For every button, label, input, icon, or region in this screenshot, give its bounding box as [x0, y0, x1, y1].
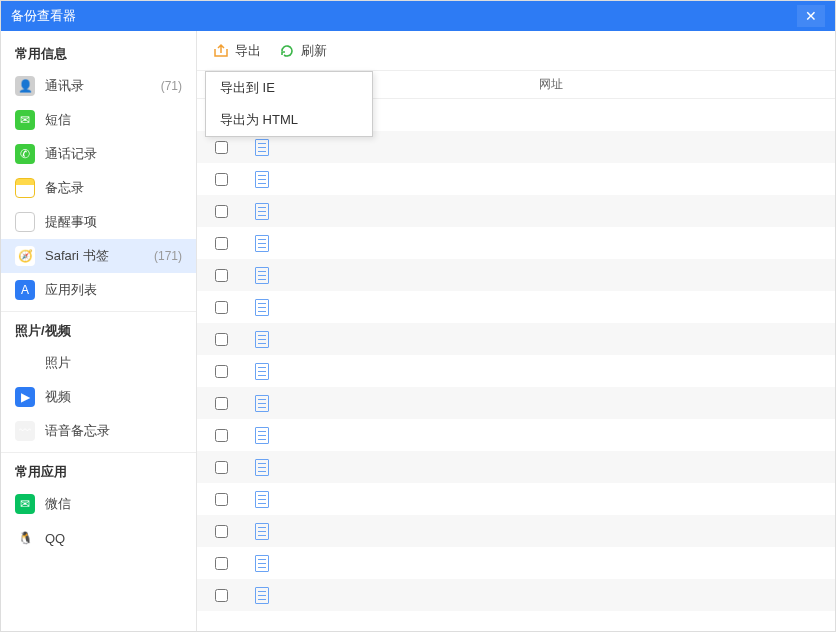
sidebar-item-label: QQ	[45, 531, 182, 546]
section-header: 常用应用	[1, 452, 196, 487]
row-checkbox[interactable]	[215, 493, 228, 506]
table-row[interactable]	[197, 291, 835, 323]
row-checkbox-cell	[197, 461, 245, 474]
row-checkbox[interactable]	[215, 301, 228, 314]
wechat-icon: ✉	[15, 494, 35, 514]
export-html-item[interactable]: 导出为 HTML	[206, 104, 372, 136]
export-button[interactable]: 导出	[213, 42, 261, 60]
row-checkbox[interactable]	[215, 269, 228, 282]
sidebar: 常用信息👤通讯录(71)✉短信✆通话记录备忘录☰提醒事项🧭Safari 书签(1…	[1, 31, 197, 631]
table-row[interactable]	[197, 515, 835, 547]
refresh-button[interactable]: 刷新	[279, 42, 327, 60]
table-row[interactable]	[197, 451, 835, 483]
document-icon	[255, 171, 269, 188]
document-icon	[255, 235, 269, 252]
row-checkbox-cell	[197, 173, 245, 186]
row-checkbox[interactable]	[215, 333, 228, 346]
row-checkbox[interactable]	[215, 365, 228, 378]
safari-icon: 🧭	[15, 246, 35, 266]
export-label: 导出	[235, 42, 261, 60]
document-icon	[255, 427, 269, 444]
table-row[interactable]	[197, 547, 835, 579]
row-checkbox[interactable]	[215, 141, 228, 154]
table-row[interactable]	[197, 387, 835, 419]
window-title: 备份查看器	[11, 7, 76, 25]
table-row[interactable]	[197, 579, 835, 611]
row-checkbox[interactable]	[215, 589, 228, 602]
row-checkbox-cell	[197, 493, 245, 506]
sidebar-item-voice[interactable]: 〰语音备忘录	[1, 414, 196, 448]
document-icon	[255, 203, 269, 220]
sidebar-item-label: Safari 书签	[45, 247, 150, 265]
sidebar-item-label: 视频	[45, 388, 182, 406]
sidebar-item-label: 提醒事项	[45, 213, 182, 231]
row-checkbox-cell	[197, 557, 245, 570]
row-checkbox-cell	[197, 397, 245, 410]
sidebar-item-videos[interactable]: ▶视频	[1, 380, 196, 414]
close-button[interactable]: ✕	[797, 5, 825, 27]
row-checkbox[interactable]	[215, 173, 228, 186]
toolbar: 导出 刷新	[197, 31, 835, 71]
table-row[interactable]	[197, 323, 835, 355]
qq-icon: 🐧	[15, 528, 35, 548]
sidebar-item-count: (71)	[161, 79, 182, 93]
sidebar-item-sms[interactable]: ✉短信	[1, 103, 196, 137]
row-checkbox[interactable]	[215, 557, 228, 570]
notes-icon	[15, 178, 35, 198]
export-icon	[213, 43, 229, 59]
row-checkbox[interactable]	[215, 429, 228, 442]
export-ie-label: 导出到 IE	[220, 79, 275, 97]
row-checkbox[interactable]	[215, 397, 228, 410]
table-row[interactable]	[197, 355, 835, 387]
sidebar-item-count: (171)	[154, 249, 182, 263]
sidebar-item-photos[interactable]: ✿照片	[1, 346, 196, 380]
refresh-label: 刷新	[301, 42, 327, 60]
window: 备份查看器 ✕ 常用信息👤通讯录(71)✉短信✆通话记录备忘录☰提醒事项🧭Saf…	[0, 0, 836, 632]
export-html-label: 导出为 HTML	[220, 111, 298, 129]
row-checkbox-cell	[197, 589, 245, 602]
row-checkbox[interactable]	[215, 461, 228, 474]
section-header: 照片/视频	[1, 311, 196, 346]
row-checkbox-cell	[197, 205, 245, 218]
document-icon	[255, 299, 269, 316]
table-row[interactable]	[197, 195, 835, 227]
sidebar-item-label: 语音备忘录	[45, 422, 182, 440]
table-row[interactable]	[197, 227, 835, 259]
sidebar-item-qq[interactable]: 🐧QQ	[1, 521, 196, 555]
document-icon	[255, 331, 269, 348]
bookmark-list[interactable]	[197, 99, 835, 631]
sidebar-item-label: 照片	[45, 354, 182, 372]
sidebar-item-contacts[interactable]: 👤通讯录(71)	[1, 69, 196, 103]
sidebar-item-label: 微信	[45, 495, 182, 513]
row-checkbox-cell	[197, 237, 245, 250]
row-checkbox[interactable]	[215, 525, 228, 538]
sidebar-item-label: 通话记录	[45, 145, 182, 163]
document-icon	[255, 555, 269, 572]
row-checkbox[interactable]	[215, 205, 228, 218]
sidebar-item-reminders[interactable]: ☰提醒事项	[1, 205, 196, 239]
reminders-icon: ☰	[15, 212, 35, 232]
document-icon	[255, 523, 269, 540]
main-panel: 导出 刷新 导出到 IE 导出为 HTML	[197, 31, 835, 631]
section-header: 常用信息	[1, 35, 196, 69]
document-icon	[255, 395, 269, 412]
document-icon	[255, 139, 269, 156]
table-row[interactable]	[197, 483, 835, 515]
sidebar-item-notes[interactable]: 备忘录	[1, 171, 196, 205]
sidebar-item-calls[interactable]: ✆通话记录	[1, 137, 196, 171]
row-checkbox-cell	[197, 333, 245, 346]
export-dropdown: 导出到 IE 导出为 HTML	[205, 71, 373, 137]
table-row[interactable]	[197, 419, 835, 451]
refresh-icon	[279, 43, 295, 59]
sidebar-item-safari[interactable]: 🧭Safari 书签(171)	[1, 239, 196, 273]
table-row[interactable]	[197, 163, 835, 195]
sidebar-item-wechat[interactable]: ✉微信	[1, 487, 196, 521]
sidebar-item-apps[interactable]: A应用列表	[1, 273, 196, 307]
photos-icon: ✿	[15, 353, 35, 373]
row-checkbox[interactable]	[215, 237, 228, 250]
table-row[interactable]	[197, 259, 835, 291]
row-checkbox-cell	[197, 525, 245, 538]
document-icon	[255, 363, 269, 380]
calls-icon: ✆	[15, 144, 35, 164]
export-ie-item[interactable]: 导出到 IE	[206, 72, 372, 104]
